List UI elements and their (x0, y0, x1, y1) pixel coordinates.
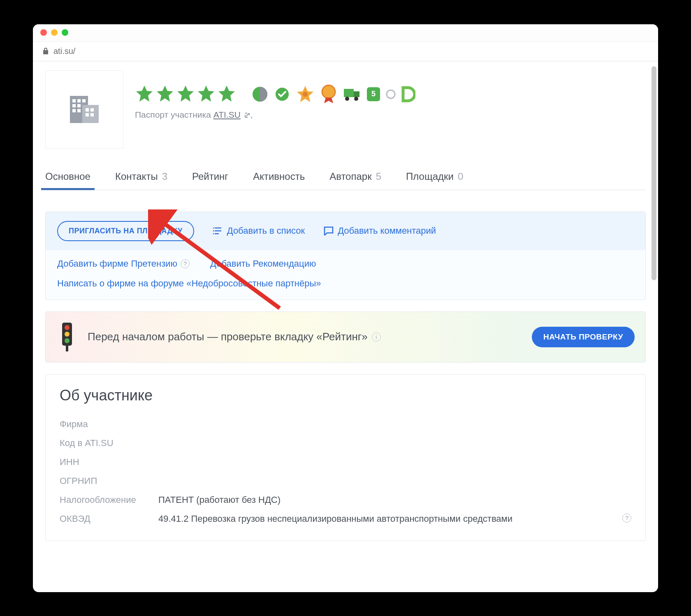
field-label: Код в ATI.SU (60, 438, 158, 449)
svg-point-23 (213, 228, 214, 229)
svg-point-28 (65, 332, 70, 337)
building-icon (66, 91, 103, 128)
svg-rect-8 (77, 109, 81, 112)
d-badge-icon (401, 86, 415, 102)
grey-glyph-icon (386, 87, 396, 102)
field-value: ПАТЕНТ (работают без НДС) (158, 495, 631, 505)
browser-window: ati.su/ (33, 24, 658, 592)
actions-top-row: ПРИГЛАСИТЬ НА ПЛОЩАДКУ Добавить в список… (46, 212, 645, 250)
field-label: ОГРНИП (60, 476, 158, 486)
medal-icon (320, 84, 337, 104)
info-icon[interactable]: i (372, 332, 381, 342)
field-label: ОКВЭД (60, 514, 158, 524)
svg-point-20 (354, 97, 358, 101)
truck-count-badge: 5 (367, 87, 380, 101)
invite-button[interactable]: ПРИГЛАСИТЬ НА ПЛОЩАДКУ (57, 221, 194, 241)
about-field-row: Код в ATI.SU (60, 434, 631, 453)
rating-stars (135, 85, 238, 104)
about-field-row: ОГРНИП (60, 472, 631, 490)
tab-count: 3 (162, 171, 167, 182)
gold-star-icon (296, 85, 314, 103)
window-minimize-button[interactable] (51, 29, 58, 36)
about-field-row: НалогообложениеПАТЕНТ (работают без НДС) (60, 490, 631, 509)
svg-point-29 (65, 338, 70, 343)
svg-point-25 (213, 233, 214, 235)
about-title: Об участнике (60, 387, 631, 404)
company-logo-placeholder (45, 70, 123, 149)
svg-rect-9 (86, 108, 89, 112)
tab-контакты[interactable]: Контакты3 (115, 166, 167, 190)
tab-label: Рейтинг (192, 171, 228, 182)
passport-link[interactable]: ATI.SU (213, 110, 241, 119)
field-label: ИНН (60, 457, 158, 467)
svg-point-21 (387, 90, 395, 98)
status-circle-icon (252, 86, 268, 102)
tab-count: 0 (458, 171, 463, 182)
field-label: Налогообложение (60, 495, 158, 505)
passport-prefix: Паспорт участника (135, 110, 213, 119)
svg-rect-7 (72, 109, 76, 112)
tab-label: Площадки (406, 171, 454, 182)
truck-icon (343, 86, 361, 102)
tab-label: Активность (253, 171, 305, 182)
window-close-button[interactable] (40, 29, 47, 36)
add-claim-link[interactable]: Добавить фирме Претензию ? (57, 258, 190, 269)
svg-rect-5 (72, 104, 76, 107)
tab-рейтинг[interactable]: Рейтинг (192, 166, 228, 190)
tab-count: 5 (376, 171, 381, 182)
external-link-icon (244, 112, 250, 119)
svg-rect-18 (354, 91, 359, 97)
svg-rect-30 (66, 346, 68, 351)
page-content: 5 Паспорт участника ATI.SU , ОсновноеКон… (33, 61, 658, 592)
profile-tabs: ОсновноеКонтакты3РейтингАктивностьАвтопа… (45, 166, 646, 190)
comment-icon (324, 226, 334, 235)
lock-icon (42, 47, 49, 55)
svg-point-19 (345, 97, 349, 101)
truck-count-value: 5 (371, 90, 376, 98)
passport-suffix: , (250, 110, 253, 119)
help-icon[interactable]: ? (622, 514, 631, 523)
add-to-list-link[interactable]: Добавить в список (213, 225, 305, 236)
address-bar[interactable]: ati.su/ (33, 42, 658, 61)
start-check-button[interactable]: НАЧАТЬ ПРОВЕРКУ (532, 327, 635, 347)
svg-rect-2 (72, 99, 76, 102)
traffic-light-icon (58, 323, 76, 351)
svg-rect-17 (344, 89, 354, 97)
about-field-row: Фирма (60, 415, 631, 434)
rating-check-banner: Перед началом работы — проверьте вкладку… (45, 311, 646, 363)
svg-rect-4 (82, 99, 86, 102)
banner-text: Перед началом работы — проверьте вкладку… (88, 330, 381, 343)
svg-rect-11 (86, 113, 89, 116)
actions-panel: ПРИГЛАСИТЬ НА ПЛОЩАДКУ Добавить в список… (45, 212, 646, 300)
svg-point-24 (213, 230, 214, 232)
field-label: Фирма (60, 419, 158, 430)
window-zoom-button[interactable] (62, 29, 68, 36)
add-recommendation-link[interactable]: Добавить Рекомендацию (210, 258, 316, 269)
actions-bottom: Добавить фирме Претензию ? Добавить Реко… (46, 250, 645, 300)
add-comment-link[interactable]: Добавить комментарий (324, 225, 436, 236)
about-field-row: ОКВЭД49.41.2 Перевозка грузов неспециали… (60, 509, 631, 528)
tab-автопарк[interactable]: Автопарк5 (329, 166, 381, 190)
svg-rect-10 (90, 108, 94, 112)
profile-header-right: 5 Паспорт участника ATI.SU , (135, 70, 415, 120)
svg-point-27 (65, 325, 70, 330)
tab-label: Автопарк (329, 171, 372, 182)
tab-основное[interactable]: Основное (45, 166, 90, 190)
svg-point-15 (303, 92, 308, 97)
address-bar-url: ati.su/ (53, 46, 75, 56)
forum-write-link[interactable]: Написать о фирме на форуме «Недобросовес… (57, 278, 634, 289)
svg-rect-3 (77, 99, 81, 102)
rating-and-badges-row: 5 (135, 84, 415, 104)
tab-активность[interactable]: Активность (253, 166, 305, 190)
tab-площадки[interactable]: Площадки0 (406, 166, 463, 190)
tab-label: Контакты (115, 171, 158, 182)
verified-check-icon (274, 86, 290, 102)
help-icon[interactable]: ? (181, 259, 190, 268)
scrollbar-thumb[interactable] (652, 66, 656, 280)
svg-rect-6 (77, 104, 81, 107)
window-titlebar (33, 24, 658, 42)
passport-line: Паспорт участника ATI.SU , (135, 110, 415, 120)
svg-rect-12 (90, 113, 94, 116)
tab-label: Основное (45, 171, 90, 182)
badge-row: 5 (252, 84, 415, 104)
